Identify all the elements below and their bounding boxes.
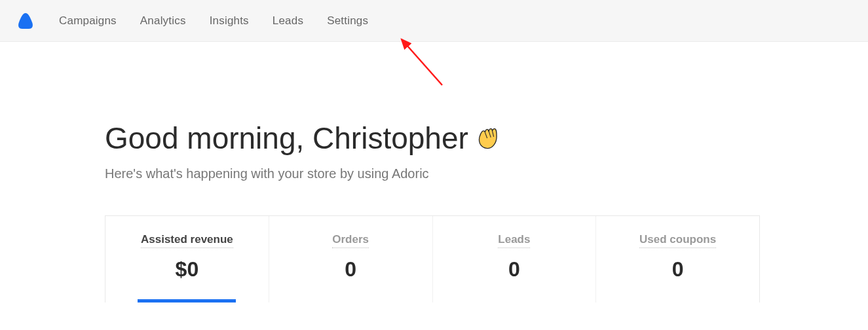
main-nav: Campaigns Analytics Insights Leads Setti… (59, 14, 368, 28)
wave-icon (476, 125, 502, 151)
main-content: Good morning, Christopher Here's what's … (0, 42, 868, 302)
logo-icon (16, 11, 35, 31)
topbar: Campaigns Analytics Insights Leads Setti… (0, 0, 868, 42)
greeting-heading: Good morning, Christopher (105, 120, 763, 156)
nav-leads[interactable]: Leads (273, 14, 303, 28)
nav-analytics[interactable]: Analytics (140, 14, 186, 28)
stat-value: $0 (112, 257, 262, 282)
stat-label: Assisted revenue (141, 233, 233, 248)
greeting-text: Good morning, Christopher (105, 120, 468, 156)
subtitle-text: Here's what's happening with your store … (105, 166, 763, 181)
stat-label: Leads (498, 233, 530, 248)
nav-settings[interactable]: Settings (327, 14, 368, 28)
nav-campaigns[interactable]: Campaigns (59, 14, 117, 28)
stat-value: 0 (276, 257, 426, 282)
stat-value: 0 (603, 257, 753, 282)
app-logo[interactable] (16, 11, 35, 31)
stat-card-used-coupons[interactable]: Used coupons 0 (596, 216, 759, 302)
stat-card-orders[interactable]: Orders 0 (269, 216, 433, 302)
stat-card-leads[interactable]: Leads 0 (433, 216, 597, 302)
stat-label: Used coupons (639, 233, 716, 248)
stat-value: 0 (440, 257, 590, 282)
stat-card-assisted-revenue[interactable]: Assisted revenue $0 (105, 216, 269, 302)
stats-row: Assisted revenue $0 Orders 0 Leads 0 Use… (105, 215, 760, 302)
stat-label: Orders (332, 233, 369, 248)
nav-insights[interactable]: Insights (210, 14, 249, 28)
